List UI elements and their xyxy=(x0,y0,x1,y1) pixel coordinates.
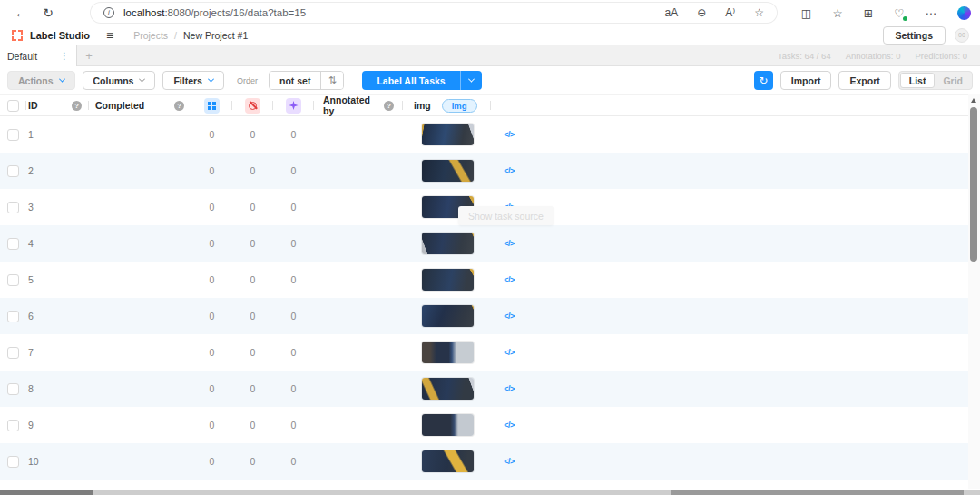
add-tab-button[interactable]: + xyxy=(77,45,101,65)
table-row[interactable]: 1000</> xyxy=(0,116,968,153)
more-menu-icon[interactable]: ⋯ xyxy=(926,6,937,20)
show-source-icon[interactable]: </> xyxy=(504,239,514,248)
hamburger-menu-icon[interactable]: ≡ xyxy=(106,28,113,43)
scroll-up-arrow-icon[interactable] xyxy=(971,98,976,103)
task-image-thumbnail[interactable] xyxy=(422,160,474,182)
refresh-icon[interactable]: ↻ xyxy=(34,5,62,20)
table-row[interactable]: 9000</> xyxy=(0,407,968,443)
label-all-tasks-caret[interactable] xyxy=(460,71,482,90)
table-row[interactable]: 6000</> xyxy=(0,298,968,334)
column-header-annotated-by[interactable]: Annotated by xyxy=(323,94,384,116)
help-icon[interactable]: ? xyxy=(384,101,394,111)
annotations-column-icon[interactable] xyxy=(204,98,220,114)
row-checkbox[interactable] xyxy=(7,347,19,359)
row-checkbox[interactable] xyxy=(7,238,19,250)
row-checkbox[interactable] xyxy=(7,165,19,177)
show-source-icon[interactable]: </> xyxy=(504,275,514,284)
translate-icon[interactable]: aA xyxy=(665,6,679,19)
avatar[interactable]: 00 xyxy=(955,28,969,43)
table-row-partial[interactable] xyxy=(0,480,968,489)
task-image-thumbnail[interactable] xyxy=(422,305,474,327)
show-source-icon[interactable]: </> xyxy=(504,457,514,466)
favorites-bar-icon[interactable]: ☆ xyxy=(833,6,843,20)
help-icon[interactable]: ? xyxy=(174,101,184,111)
show-source-icon[interactable]: </> xyxy=(504,348,514,357)
vertical-scrollbar-thumb[interactable] xyxy=(970,107,977,262)
task-image-thumbnail[interactable] xyxy=(422,414,474,436)
back-icon[interactable]: ← xyxy=(7,5,34,20)
row-checkbox[interactable] xyxy=(7,420,19,431)
browser-essentials-icon[interactable]: ♡ xyxy=(894,6,904,20)
read-aloud-icon[interactable]: A⁾ xyxy=(725,6,735,19)
table-row[interactable]: 4000</> xyxy=(0,225,968,262)
predictions-glyph xyxy=(289,101,299,110)
show-source-icon[interactable]: </> xyxy=(504,421,514,430)
grid-view-button[interactable]: Grid xyxy=(935,73,971,88)
filters-dropdown[interactable]: Filters xyxy=(162,71,224,90)
favorite-star-icon[interactable]: ☆ xyxy=(754,6,764,19)
actions-dropdown[interactable]: Actions xyxy=(7,71,75,90)
predictions-count: 0 xyxy=(273,311,314,322)
row-checkbox[interactable] xyxy=(7,383,19,395)
vertical-scrollbar[interactable] xyxy=(968,94,980,489)
row-checkbox[interactable] xyxy=(7,202,19,213)
predictions-column-icon[interactable] xyxy=(286,98,301,114)
tasks-count: Tasks: 64 / 64 xyxy=(778,51,831,61)
cancelled-count: 0 xyxy=(232,165,273,176)
export-button[interactable]: Export xyxy=(838,71,890,90)
horizontal-scrollbar-thumb[interactable] xyxy=(0,490,93,495)
refresh-data-button[interactable]: ↻ xyxy=(754,71,773,90)
zoom-out-icon[interactable]: ⊖ xyxy=(697,6,706,19)
tab-default[interactable]: Default ⋮ xyxy=(0,45,77,66)
task-image-thumbnail[interactable] xyxy=(422,269,474,291)
help-icon[interactable]: ? xyxy=(72,101,82,111)
copilot-icon[interactable] xyxy=(957,6,971,20)
img-type-badge[interactable]: img xyxy=(442,99,477,113)
breadcrumb-projects-link[interactable]: Projects xyxy=(133,30,168,41)
row-checkbox[interactable] xyxy=(7,129,19,141)
row-checkbox[interactable] xyxy=(7,311,19,322)
site-info-icon[interactable]: i xyxy=(103,7,114,18)
table-header: ID? Completed? Annotated by? imgimg xyxy=(0,94,968,116)
table-row[interactable]: 5000</> xyxy=(0,262,968,298)
order-value-button[interactable]: not set xyxy=(270,72,320,89)
data-manager-toolbar: Actions Columns Filters Order not set ⇅ … xyxy=(0,66,980,94)
table-row[interactable]: 10000</> xyxy=(0,443,968,480)
list-view-button[interactable]: List xyxy=(900,73,936,88)
tab-options-icon[interactable]: ⋮ xyxy=(60,51,69,61)
task-image-thumbnail[interactable] xyxy=(422,378,474,400)
task-image-thumbnail[interactable] xyxy=(422,450,474,472)
predictions-count: 0 xyxy=(273,383,314,394)
columns-dropdown[interactable]: Columns xyxy=(83,71,156,90)
label-all-tasks-button[interactable]: Label All Tasks xyxy=(362,71,481,90)
task-image-thumbnail[interactable] xyxy=(422,233,474,254)
row-checkbox[interactable] xyxy=(7,274,19,286)
chevron-down-icon xyxy=(139,76,145,83)
horizontal-scrollbar[interactable] xyxy=(0,490,980,495)
label-studio-logo-icon[interactable] xyxy=(12,30,23,41)
table-row[interactable]: 2000</> xyxy=(0,153,968,189)
settings-button[interactable]: Settings xyxy=(883,26,946,45)
import-button[interactable]: Import xyxy=(780,71,832,90)
cancelled-annotations-column-icon[interactable] xyxy=(245,98,260,114)
table-row[interactable]: 7000</> xyxy=(0,334,968,371)
task-image-thumbnail[interactable] xyxy=(422,342,474,363)
collections-icon[interactable]: ⊞ xyxy=(864,6,873,20)
show-source-icon[interactable]: </> xyxy=(504,384,514,393)
show-source-icon[interactable]: </> xyxy=(504,166,514,175)
column-header-id[interactable]: ID xyxy=(28,100,38,111)
url-text[interactable]: localhost:8080/projects/16/data?tab=15 xyxy=(123,7,306,18)
table-row[interactable]: 8000</> xyxy=(0,371,968,407)
row-checkbox[interactable] xyxy=(7,456,19,468)
sort-direction-icon[interactable]: ⇅ xyxy=(320,72,343,89)
task-image-thumbnail[interactable] xyxy=(422,124,474,145)
column-header-img[interactable]: img xyxy=(414,100,431,111)
select-all-checkbox[interactable] xyxy=(7,100,19,112)
predictions-count: 0 xyxy=(273,420,314,431)
horizontal-scrollbar-thumb[interactable] xyxy=(671,490,964,495)
show-source-icon[interactable]: </> xyxy=(504,130,514,139)
split-screen-icon[interactable]: ◫ xyxy=(801,6,812,20)
column-header-completed[interactable]: Completed xyxy=(95,100,144,111)
address-bar[interactable]: i localhost:8080/projects/16/data?tab=15… xyxy=(91,3,777,23)
show-source-icon[interactable]: </> xyxy=(504,312,514,321)
